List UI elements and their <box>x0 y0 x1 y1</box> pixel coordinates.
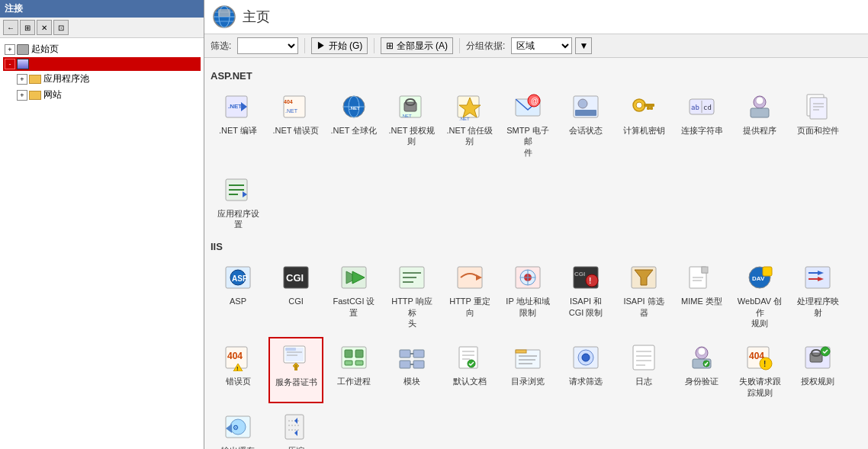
item-isapi-cgi[interactable]: CGI ! ISAPI 和CGI 限制 <box>558 257 613 334</box>
item-session[interactable]: 会话状态 <box>558 86 613 163</box>
item-workprocess[interactable]: 工作进程 <box>326 337 381 403</box>
aspnet-grid: .NET .NET 编译 404 .NET <box>211 86 862 163</box>
svg-point-39 <box>756 97 764 104</box>
tree-item-apppool[interactable]: + 应用程序池 <box>3 71 201 87</box>
svg-rect-97 <box>285 348 296 351</box>
provider-icon <box>744 91 775 122</box>
back-button[interactable]: ← <box>3 20 18 35</box>
item-logging[interactable]: 日志 <box>616 337 671 403</box>
expand-icon-server[interactable]: - <box>5 59 15 69</box>
item-outputcache[interactable]: ⚙ 输出缓存 <box>211 406 265 449</box>
net-auth-icon: .NET <box>397 91 427 122</box>
filter-label: 筛选: <box>211 40 231 53</box>
item-pagecontrol[interactable]: 页面和控件 <box>790 86 845 163</box>
item-appsettings[interactable]: 应用程序设置 <box>211 169 265 236</box>
net-errorpage-label: .NET 错误页 <box>273 125 320 136</box>
item-compress[interactable]: 压缩 <box>268 406 323 449</box>
modules-label: 模块 <box>403 376 420 386</box>
webdav-label: WebDAV 创作规则 <box>736 296 783 329</box>
iis-grid: ASP ASP CGI CGI <box>211 257 862 449</box>
item-fastcgi[interactable]: FastCGI 设置 <box>326 257 381 334</box>
left-toolbar: ← ⊞ ✕ ⊡ <box>0 18 204 38</box>
item-http-response[interactable]: HTTP 响应标头 <box>384 257 439 334</box>
item-auth[interactable]: 身份验证 <box>674 337 729 403</box>
item-failedreq[interactable]: 404 ! 失败请求跟踪规则 <box>732 337 787 403</box>
item-net-compile[interactable]: .NET .NET 编译 <box>211 86 265 163</box>
item-net-errorpage[interactable]: 404 .NET .NET 错误页 <box>268 86 323 163</box>
svg-text:.NET: .NET <box>285 108 298 114</box>
right-toolbar: 筛选: ▶ 开始 (G) ⊞ 全部显示 (A) 分组依据: 区域 ▼ <box>204 34 868 58</box>
item-provider[interactable]: 提供程序 <box>732 86 787 163</box>
logging-label: 日志 <box>635 376 652 386</box>
handler-label: 处理程序映射 <box>797 296 839 318</box>
expand-icon[interactable]: + <box>5 44 15 55</box>
appsettings-label: 应用程序设置 <box>217 208 259 230</box>
section-aspnet: ASP.NET <box>211 70 862 82</box>
item-modules[interactable]: 模块 <box>384 337 439 403</box>
tree-item-server[interactable]: - <box>3 57 201 71</box>
ip-restrict-icon <box>513 262 543 293</box>
server-icon <box>17 59 29 69</box>
net-global-icon: .NET <box>339 91 369 122</box>
item-handler[interactable]: 处理程序映射 <box>790 257 845 334</box>
svg-text:.NET: .NET <box>401 114 412 118</box>
svg-text:ASP: ASP <box>232 274 248 283</box>
errors-icon: 404 ! <box>223 342 253 373</box>
svg-point-130 <box>698 348 706 355</box>
right-content: ASP.NET .NET .NET 编译 <box>204 58 868 449</box>
item-webdav[interactable]: DAV WebDAV 创作规则 <box>732 257 787 334</box>
isapi-filter-icon <box>628 262 659 293</box>
svg-rect-32 <box>650 107 653 110</box>
item-net-global[interactable]: .NET .NET 全球化 <box>326 86 381 163</box>
section-iis: IIS <box>211 241 862 252</box>
authrule-label: 授权规则 <box>801 376 834 386</box>
item-reqfilter[interactable]: 请求筛选 <box>558 337 613 403</box>
session-label: 会话状态 <box>569 125 603 136</box>
item-ip-restrict[interactable]: IP 地址和域限制 <box>500 257 555 334</box>
modules-icon <box>397 342 427 373</box>
show-all-button[interactable]: ⊞ 全部显示 (A) <box>381 37 453 54</box>
item-net-trust[interactable]: .NET .NET 信任级别 <box>442 86 497 163</box>
item-connstring[interactable]: ab cd 连接字符串 <box>674 86 729 163</box>
item-net-auth[interactable]: .NET .NET 授权规则 <box>384 86 439 163</box>
item-asp[interactable]: ASP ASP <box>211 257 265 334</box>
expand-icon-apppool[interactable]: + <box>17 74 27 85</box>
filter-select[interactable] <box>237 37 298 54</box>
cgi-icon: CGI <box>281 262 311 293</box>
close-button[interactable]: ✕ <box>37 20 52 35</box>
mime-icon <box>686 262 717 293</box>
item-errors[interactable]: 404 ! 错误页 <box>211 337 265 403</box>
right-panel: 主页 筛选: ▶ 开始 (G) ⊞ 全部显示 (A) 分组依据: 区域 ▼ AS… <box>204 0 868 449</box>
grid-button[interactable]: ⊡ <box>53 20 69 35</box>
item-smtp[interactable]: @ SMTP 电子邮件 <box>500 86 555 163</box>
item-authrule[interactable]: 授权规则 <box>790 337 845 403</box>
item-http-redirect[interactable]: HTTP 重定向 <box>442 257 497 334</box>
auth-label: 身份验证 <box>685 376 719 386</box>
item-machinekey[interactable]: 计算机密钥 <box>616 86 671 163</box>
tree-item-startpage[interactable]: + 起始页 <box>3 41 201 57</box>
net-global-label: .NET 全球化 <box>331 125 378 136</box>
item-servercert[interactable]: 服务器证书 <box>268 337 323 403</box>
tree-item-website[interactable]: + 网站 <box>3 87 201 103</box>
item-defaultdoc[interactable]: 默认文档 <box>442 337 497 403</box>
svg-text:@: @ <box>531 97 538 105</box>
http-response-icon <box>397 262 427 293</box>
start-button[interactable]: ▶ 开始 (G) <box>311 37 368 54</box>
group-options-button[interactable]: ▼ <box>575 37 592 54</box>
asp-icon: ASP <box>223 262 253 293</box>
tree-label-startpage: 起始页 <box>31 43 59 56</box>
failedreq-icon: 404 ! <box>744 342 775 373</box>
left-panel-title: 注接 <box>0 0 204 18</box>
tree-label-website: 网站 <box>43 88 62 101</box>
appsettings-grid: 应用程序设置 <box>211 169 862 236</box>
expand-button[interactable]: ⊞ <box>20 20 35 35</box>
item-cgi[interactable]: CGI CGI <box>268 257 323 334</box>
header-icon <box>212 5 236 29</box>
item-dirbrowse[interactable]: 目录浏览 <box>500 337 555 403</box>
net-trust-label: .NET 信任级别 <box>447 125 493 147</box>
group-select[interactable]: 区域 <box>511 37 572 54</box>
svg-rect-104 <box>355 361 363 365</box>
item-isapi-filter[interactable]: ISAPI 筛选器 <box>616 257 671 334</box>
item-mime[interactable]: MIME 类型 <box>674 257 729 334</box>
expand-icon-website[interactable]: + <box>17 90 27 101</box>
